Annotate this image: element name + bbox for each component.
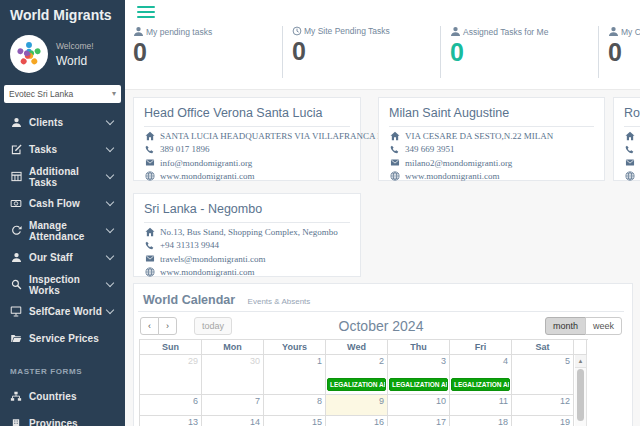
office-card-head-office-verona-santa-lucia: Head Office Verona Santa LuciaSANTA LUCI… [133, 97, 361, 181]
sidebar-item-cash-flow[interactable]: Cash Flow [0, 190, 125, 217]
stat-label: My pending tasks [133, 26, 282, 37]
divider [138, 311, 624, 312]
office-card-title: Head Office Verona Santa Lucia [144, 103, 350, 127]
calendar-day-cell[interactable]: 2LEGALIZATION APPOI [326, 355, 388, 395]
day-header-yours: Yours [264, 340, 326, 355]
day-number: 18 [498, 417, 508, 426]
home-icon [144, 131, 155, 141]
office-website[interactable]: www.mondomigranti.com [405, 171, 499, 181]
calendar-day-cell[interactable]: 30 [202, 355, 264, 395]
office-phone-line: 349 669 3951 [389, 144, 594, 154]
sidebar-item-our-staff[interactable]: Our Staff [0, 244, 125, 271]
calendar-day-cell[interactable]: 7 [202, 395, 264, 416]
calendar-day-cell[interactable]: 17 [388, 416, 450, 426]
calendar-day-cell[interactable]: 4LEGALIZATION APPOI [450, 355, 512, 395]
sidebar-item-label: Service Prices [29, 333, 116, 344]
office-address-line: AR [624, 131, 640, 141]
sidebar-master-menu: CountriesProvinces [0, 383, 125, 426]
office-address-line: VIA CESARE DA SESTO,N.22 MILAN [389, 131, 594, 141]
calendar-day-cell[interactable]: 16 [326, 416, 388, 426]
office-card-rom: RomAR380romww [613, 97, 640, 181]
globe-icon [389, 171, 400, 181]
user-icon [9, 252, 23, 263]
day-number: 29 [188, 356, 198, 366]
calendar-day-cell[interactable]: 6 [140, 395, 202, 416]
calendar-day-cell[interactable]: 1 [264, 355, 326, 395]
day-number: 8 [317, 396, 322, 406]
sidebar-item-countries[interactable]: Countries [0, 383, 125, 410]
stat-label-text: My Site Pending Tasks [304, 26, 390, 36]
office-email[interactable]: travels@mondomigranti.com [160, 254, 266, 264]
site-select-value: Evotec Sri Lanka [9, 89, 73, 99]
calendar-day-cell[interactable]: 5 [512, 355, 574, 395]
day-header-thu: Thu [388, 340, 450, 355]
month-view-button[interactable]: month [545, 317, 586, 335]
calendar-day-cell[interactable]: 19 [512, 416, 574, 426]
stat-my-co: My Co0 [598, 26, 640, 78]
day-number: 3 [441, 356, 446, 366]
calendar-day-header-row: SunMonYoursWedThuFriSat [140, 340, 588, 355]
calendar-panel-header: World Calendar Events & Absents [138, 290, 624, 308]
sidebar-item-inspection-works[interactable]: Inspection Works [0, 271, 125, 298]
sidebar-item-tasks[interactable]: Tasks [0, 136, 125, 163]
calendar-panel: World Calendar Events & Absents ‹ › toda… [133, 283, 633, 426]
stat-my-site-pending-tasks: My Site Pending Tasks0 [282, 26, 440, 78]
stat-label: My Site Pending Tasks [292, 26, 440, 36]
home-icon [624, 131, 635, 141]
calendar-day-cell[interactable]: 8 [264, 395, 326, 416]
sidebar-item-selfcare-world[interactable]: SelfCare World [0, 298, 125, 325]
calendar-scrollbar[interactable]: ▲ [575, 355, 587, 426]
office-website[interactable]: www.mondomigranti.com [160, 171, 254, 181]
calendar-day-cell[interactable]: 13 [140, 416, 202, 426]
week-view-button[interactable]: week [585, 317, 622, 335]
calendar-day-cell[interactable]: 3LEGALIZATION APPOI [388, 355, 450, 395]
stat-label: Assigned Tasks for Me [450, 26, 598, 37]
sidebar-item-manage-attendance[interactable]: Manage Attendance [0, 217, 125, 244]
user-icon [450, 26, 461, 37]
day-number: 10 [436, 396, 446, 406]
calendar-event[interactable]: LEGALIZATION APPOI [327, 378, 386, 391]
office-website-line: ww [624, 171, 640, 181]
calendar-day-cell[interactable]: 11 [450, 395, 512, 416]
office-email[interactable]: milano2@mondomigranti.org [405, 158, 512, 168]
calendar-day-cell[interactable]: 12 [512, 395, 574, 416]
chevron-down-icon [106, 198, 114, 206]
calendar-event[interactable]: LEGALIZATION APPOI [389, 378, 448, 391]
scroll-up-arrow-icon[interactable]: ▲ [575, 355, 586, 368]
day-header-sun: Sun [140, 340, 202, 355]
stat-value: 0 [133, 40, 282, 65]
chevron-down-icon [106, 117, 114, 125]
day-number: 16 [374, 417, 384, 426]
envelope-icon [389, 158, 400, 167]
dashboard-page: { "colors": { "accent_teal": "#1ABB9C", … [0, 0, 640, 426]
scrollbar-thumb[interactable] [577, 369, 584, 421]
calendar-toolbar: ‹ › today October 2024 month week [140, 317, 622, 336]
calendar-day-cell[interactable]: 14 [202, 416, 264, 426]
calendar-day-cell[interactable]: 29 [140, 355, 202, 395]
calendar-week-row: 293012LEGALIZATION APPOI3LEGALIZATION AP… [140, 355, 588, 395]
phone-icon [624, 145, 635, 154]
office-card-title: Rom [624, 103, 640, 127]
calendar-day-cell[interactable]: 18 [450, 416, 512, 426]
sidebar-item-additional-tasks[interactable]: Additional Tasks [0, 163, 125, 190]
sidebar-item-service-prices[interactable]: Service Prices [0, 325, 125, 352]
envelope-icon [624, 158, 635, 167]
office-website-line: www.mondomigranti.com [389, 171, 594, 181]
office-website-line: www.mondomigranti.com [144, 267, 350, 277]
site-select[interactable]: Evotec Sri Lanka ▾ [4, 85, 121, 103]
sidebar-item-clients[interactable]: Clients [0, 109, 125, 136]
stat-label: My Co [608, 26, 640, 37]
day-number: 12 [560, 396, 570, 406]
office-card-milan-saint-augustine: Milan Saint AugustineVIA CESARE DA SESTO… [378, 97, 605, 181]
search-icon [9, 279, 23, 290]
stats-row: My pending tasks0My Site Pending Tasks0A… [133, 26, 640, 78]
calendar-day-cell[interactable]: 10 [388, 395, 450, 416]
hamburger-menu-icon[interactable] [137, 6, 155, 21]
office-website[interactable]: www.mondomigranti.com [160, 267, 254, 277]
sidebar-item-label: Tasks [29, 144, 107, 155]
sidebar-item-provinces[interactable]: Provinces [0, 410, 125, 426]
calendar-day-cell[interactable]: 9 [326, 395, 388, 416]
calendar-day-cell[interactable]: 15 [264, 416, 326, 426]
office-email[interactable]: info@mondomigranti.org [160, 158, 252, 168]
calendar-event[interactable]: LEGALIZATION APPOI [451, 378, 510, 391]
